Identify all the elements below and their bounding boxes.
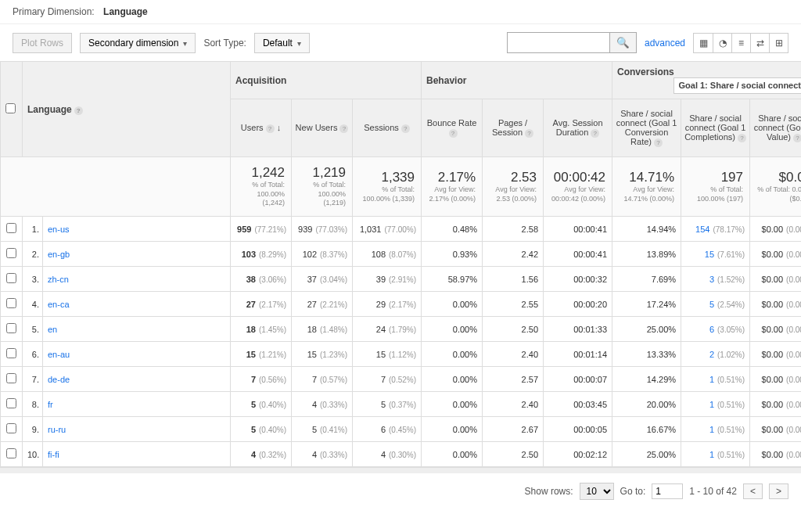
table-row: 3.zh-cn38(3.06%)37(3.04%)39(2.91%)58.97%… [1,267,802,292]
column-pages-session[interactable]: Pages / Session? [483,99,544,157]
help-icon[interactable]: ? [449,129,458,138]
secondary-dimension-dropdown[interactable]: Secondary dimension [80,33,196,53]
table-row: 10.fi-fi4(0.32%)4(0.33%)4(0.30%)0.00%2.5… [1,442,802,467]
language-link[interactable]: en-us [43,217,231,242]
table-view-icon[interactable]: ▦ [694,34,713,52]
row-checkbox[interactable] [6,448,16,458]
show-rows-select[interactable]: 10 [580,483,614,500]
totals-row: 1,242% of Total: 100.00% (1,242) 1,219% … [1,157,802,217]
table-row: 5.en18(1.45%)18(1.48%)24(1.79%)0.00%2.50… [1,317,802,342]
primary-dimension-label: Primary Dimension: [13,6,95,17]
row-index: 3. [23,267,43,292]
table-row: 8.fr5(0.40%)4(0.33%)5(0.37%)0.00%2.4000:… [1,392,802,417]
goal-selector-dropdown[interactable]: Goal 1: Share / social connect [673,77,802,94]
sort-type-label: Sort Type: [203,38,246,49]
column-bounce-rate[interactable]: Bounce Rate? [422,99,483,157]
go-to-label: Go to: [620,486,646,497]
primary-dimension-value[interactable]: Language [103,6,148,17]
toolbar: Plot Rows Secondary dimension Sort Type:… [0,24,801,61]
help-icon[interactable]: ? [793,134,801,142]
language-link[interactable]: fi-fi [43,442,231,467]
language-link[interactable]: en-au [43,342,231,367]
prev-page-button[interactable]: < [743,483,763,499]
show-rows-label: Show rows: [525,486,573,497]
table-row: 4.en-ca27(2.17%)27(2.21%)29(2.17%)0.00%2… [1,292,802,317]
data-table: Language? Acquisition Behavior Conversio… [0,61,801,467]
column-value[interactable]: Share / social connect (Goal 1 Value)? [750,99,801,157]
table-row: 1.en-us959(77.21%)939(77.03%)1,031(77.00… [1,217,802,242]
pagination-footer: Show rows: 10 Go to: 1 - 10 of 42 < > [0,473,801,509]
help-icon[interactable]: ? [738,134,746,142]
group-behavior: Behavior [422,62,612,99]
language-link[interactable]: en-gb [43,242,231,267]
primary-dimension-bar: Primary Dimension: Language [0,0,801,24]
row-checkbox[interactable] [6,298,16,308]
column-users[interactable]: Users? [231,99,292,157]
language-link[interactable]: zh-cn [43,267,231,292]
search-input[interactable] [508,34,609,52]
table-row: 9.ru-ru5(0.40%)5(0.41%)6(0.45%)0.00%2.67… [1,417,802,442]
column-sessions[interactable]: Sessions? [353,99,422,157]
language-link[interactable]: en-ca [43,292,231,317]
pivot-view-icon[interactable]: ⊞ [769,34,788,52]
search-icon: 🔍 [616,37,630,49]
row-index: 7. [23,367,43,392]
row-checkbox[interactable] [6,373,16,383]
group-conversions: Conversions Goal 1: Share / social conne… [612,62,801,99]
help-icon[interactable]: ? [339,124,348,133]
select-all-header [1,62,23,157]
row-index: 1. [23,217,43,242]
help-icon[interactable]: ? [74,106,83,115]
row-index: 2. [23,242,43,267]
language-link[interactable]: ru-ru [43,417,231,442]
language-link[interactable]: en [43,317,231,342]
row-index: 6. [23,342,43,367]
column-language[interactable]: Language? [23,62,231,157]
next-page-button[interactable]: > [769,483,788,499]
horizontal-scrollbar[interactable] [0,467,801,473]
go-to-input[interactable] [652,483,683,499]
row-checkbox[interactable] [6,398,16,408]
help-icon[interactable]: ? [654,138,663,147]
search-button[interactable]: 🔍 [609,33,636,52]
table-row: 7.de-de7(0.56%)7(0.57%)7(0.52%)0.00%2.57… [1,367,802,392]
column-avg-duration[interactable]: Avg. Session Duration? [544,99,612,157]
plot-rows-button: Plot Rows [13,33,72,53]
row-checkbox[interactable] [6,248,16,258]
row-index: 9. [23,417,43,442]
row-index: 4. [23,292,43,317]
column-completions[interactable]: Share / social connect (Goal 1 Completio… [681,99,750,157]
table-row: 2.en-gb103(8.29%)102(8.37%)108(8.07%)0.9… [1,242,802,267]
row-checkbox[interactable] [6,348,16,358]
row-checkbox[interactable] [6,273,16,283]
row-index: 10. [23,442,43,467]
help-icon[interactable]: ? [525,129,533,138]
row-index: 8. [23,392,43,417]
row-index: 5. [23,317,43,342]
help-icon[interactable]: ? [266,124,275,133]
pie-view-icon[interactable]: ◔ [713,34,731,52]
view-icons: ▦ ◔ ≡ ⇄ ⊞ [693,33,788,53]
row-checkbox[interactable] [6,223,16,233]
page-range: 1 - 10 of 42 [689,486,737,497]
help-icon[interactable]: ? [401,124,410,133]
table-row: 6.en-au15(1.21%)15(1.23%)15(1.12%)0.00%2… [1,342,802,367]
language-link[interactable]: fr [43,392,231,417]
select-all-checkbox[interactable] [5,103,16,113]
column-new-users[interactable]: New Users? [292,99,353,157]
comparison-view-icon[interactable]: ⇄ [750,34,769,52]
row-checkbox[interactable] [6,423,16,433]
column-conv-rate[interactable]: Share / social connect (Goal 1 Conversio… [612,99,681,157]
group-acquisition: Acquisition [231,62,422,99]
row-checkbox[interactable] [6,323,16,333]
bars-view-icon[interactable]: ≡ [731,34,750,52]
search-wrap: 🔍 [507,32,637,53]
sort-type-dropdown[interactable]: Default [254,33,310,53]
language-link[interactable]: de-de [43,367,231,392]
help-icon[interactable]: ? [591,129,599,138]
advanced-link[interactable]: advanced [645,38,685,49]
